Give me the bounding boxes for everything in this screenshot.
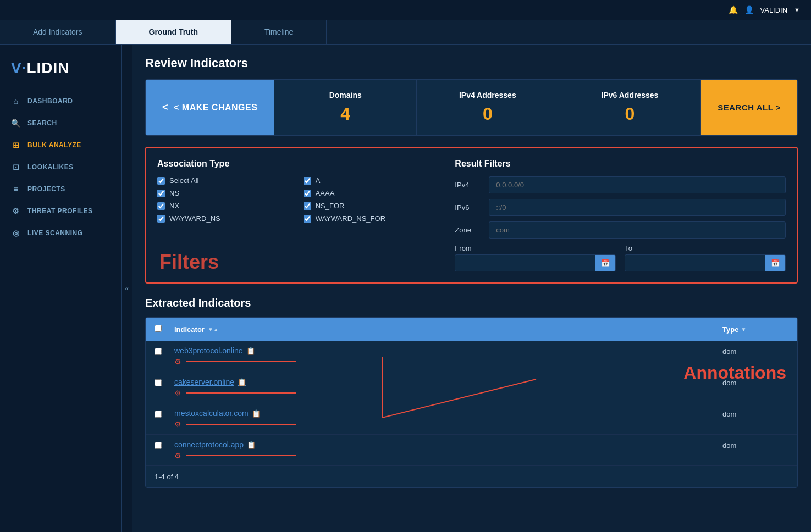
user-dropdown-icon[interactable]: ▼ bbox=[794, 7, 800, 13]
indicator-link-4[interactable]: connectprotocol.app 📋 bbox=[174, 440, 716, 449]
sidebar-item-live-scanning[interactable]: ◎ LIVE SCANNING bbox=[0, 222, 121, 244]
filters-big-label: Filters bbox=[159, 251, 219, 274]
indicator-column-header[interactable]: Indicator ▼▲ bbox=[174, 325, 716, 334]
header-checkbox-col bbox=[155, 324, 168, 334]
indicator-sub-1: ⚙ bbox=[174, 357, 716, 366]
ipv6-label: IPv6 Addresses bbox=[570, 91, 690, 99]
to-calendar-button[interactable]: 📅 bbox=[765, 255, 785, 271]
result-filters-title: Result Filters bbox=[455, 159, 786, 169]
row-checkbox-2[interactable] bbox=[155, 378, 168, 389]
gear-icon: ⚙ bbox=[11, 207, 21, 215]
ipv6-filter-input[interactable] bbox=[489, 199, 786, 216]
sidebar-item-lookalikes[interactable]: ⊡ LOOKALIKES bbox=[0, 156, 121, 178]
indicator-link-1[interactable]: web3protocol.online 📋 bbox=[174, 346, 716, 355]
lookalike-icon: ⊡ bbox=[11, 163, 21, 171]
checkbox-grid: Select All A NS AAAA bbox=[157, 176, 433, 223]
ipv4-filter-input[interactable] bbox=[489, 176, 786, 193]
date-filter-row: From 📅 To 📅 bbox=[455, 244, 786, 271]
tab-bar: Add Indicators Ground Truth Timeline bbox=[0, 20, 811, 45]
ipv6-card: IPv6 Addresses 0 bbox=[559, 80, 701, 135]
type-cell-1: dom bbox=[722, 346, 788, 356]
checkbox-select-all-input[interactable] bbox=[157, 177, 165, 185]
zone-filter-row: Zone bbox=[455, 221, 786, 239]
from-calendar-button[interactable]: 📅 bbox=[595, 255, 615, 271]
red-line-3 bbox=[186, 424, 296, 425]
row-checkbox-1[interactable] bbox=[155, 346, 168, 357]
bell-icon[interactable]: 🔔 bbox=[729, 5, 738, 14]
settings-red-icon-1: ⚙ bbox=[174, 357, 181, 366]
ipv6-value: 0 bbox=[570, 104, 690, 124]
from-date-wrap: 📅 bbox=[455, 254, 616, 271]
checkbox-a-input[interactable] bbox=[304, 177, 311, 185]
to-date-label: To bbox=[625, 244, 786, 252]
top-bar: 🔔 👤 VALIDIN ▼ bbox=[0, 0, 811, 20]
row-checkbox-4[interactable] bbox=[155, 440, 168, 451]
zone-filter-input[interactable] bbox=[489, 221, 786, 239]
table-row: mestoxcalculator.com 📋 ⚙ dom bbox=[146, 403, 797, 435]
tab-ground-truth[interactable]: Ground Truth bbox=[116, 20, 231, 44]
sidebar-collapse-button[interactable]: « bbox=[121, 45, 132, 532]
sidebar-item-dashboard[interactable]: ⌂ DASHBOARD bbox=[0, 90, 121, 112]
indicator-sub-2: ⚙ bbox=[174, 389, 716, 397]
settings-red-icon-2: ⚙ bbox=[174, 389, 181, 397]
indicator-cell-1: web3protocol.online 📋 ⚙ bbox=[174, 346, 716, 366]
tab-timeline[interactable]: Timeline bbox=[231, 20, 327, 44]
red-line-4 bbox=[186, 455, 296, 456]
zone-filter-label: Zone bbox=[455, 226, 482, 234]
type-cell-2: dom bbox=[722, 378, 788, 387]
indicator-cell-4: connectprotocol.app 📋 ⚙ bbox=[174, 440, 716, 460]
sidebar: V·LIDIN ⌂ DASHBOARD 🔍 SEARCH ⊞ BULK ANAL… bbox=[0, 45, 121, 532]
sidebar-item-search[interactable]: 🔍 SEARCH bbox=[0, 112, 121, 134]
ipv4-filter-label: IPv4 bbox=[455, 181, 482, 189]
summary-cards: < < MAKE CHANGES Domains 4 IPv4 Addresse… bbox=[145, 79, 798, 136]
copy-icon-2[interactable]: 📋 bbox=[238, 378, 246, 386]
domains-value: 4 bbox=[285, 104, 405, 124]
checkbox-a[interactable]: A bbox=[304, 176, 433, 185]
row-checkbox-3[interactable] bbox=[155, 409, 168, 420]
extracted-indicators-title: Extracted Indicators bbox=[145, 297, 798, 309]
checkbox-aaaa-input[interactable] bbox=[304, 190, 311, 197]
select-all-rows-checkbox[interactable] bbox=[155, 325, 162, 332]
make-changes-button[interactable]: < < MAKE CHANGES bbox=[146, 80, 274, 135]
indicators-table: Indicator ▼▲ Type ▼ Annotations bbox=[145, 317, 798, 488]
red-line-2 bbox=[186, 392, 296, 394]
sort-type-icon[interactable]: ▼ bbox=[741, 326, 746, 332]
indicator-cell-3: mestoxcalculator.com 📋 ⚙ bbox=[174, 409, 716, 429]
checkbox-select-all[interactable]: Select All bbox=[157, 176, 287, 185]
sidebar-item-projects[interactable]: ≡ PROJECTS bbox=[0, 178, 121, 200]
indicator-link-2[interactable]: cakeserver.online 📋 bbox=[174, 378, 716, 386]
checkbox-wayward-ns-for-input[interactable] bbox=[304, 215, 311, 223]
tab-add-indicators[interactable]: Add Indicators bbox=[0, 20, 116, 44]
user-icon: 👤 bbox=[744, 5, 754, 14]
to-date-wrap: 📅 bbox=[625, 254, 786, 271]
checkbox-aaaa[interactable]: AAAA bbox=[304, 189, 433, 197]
checkbox-ns[interactable]: NS bbox=[157, 189, 287, 197]
checkbox-wayward-ns-for[interactable]: WAYWARD_NS_FOR bbox=[304, 214, 433, 223]
checkbox-ns-input[interactable] bbox=[157, 190, 165, 197]
search-all-button[interactable]: SEARCH ALL > bbox=[700, 80, 797, 135]
sidebar-item-threat-profiles[interactable]: ⚙ THREAT PROFILES bbox=[0, 200, 121, 222]
settings-red-icon-4: ⚙ bbox=[174, 451, 181, 460]
association-type-title: Association Type bbox=[157, 159, 433, 169]
checkbox-nx[interactable]: NX bbox=[157, 202, 287, 210]
checkbox-wayward-ns[interactable]: WAYWARD_NS bbox=[157, 214, 287, 223]
indicator-sub-4: ⚙ bbox=[174, 451, 716, 460]
copy-icon-4[interactable]: 📋 bbox=[247, 441, 256, 449]
checkbox-ns-for-input[interactable] bbox=[304, 202, 311, 210]
type-column-header[interactable]: Type ▼ bbox=[722, 325, 788, 334]
main-content: Review Indicators < < MAKE CHANGES Domai… bbox=[132, 45, 811, 532]
checkbox-nx-input[interactable] bbox=[157, 202, 165, 210]
checkbox-ns-for[interactable]: NS_FOR bbox=[304, 202, 433, 210]
indicator-link-3[interactable]: mestoxcalculator.com 📋 bbox=[174, 409, 716, 418]
search-icon: 🔍 bbox=[11, 119, 21, 128]
from-date-input[interactable] bbox=[455, 255, 595, 271]
user-label[interactable]: VALIDIN bbox=[760, 6, 788, 14]
checkbox-wayward-ns-input[interactable] bbox=[157, 215, 165, 223]
to-date-input[interactable] bbox=[625, 255, 765, 271]
sort-indicator-icon[interactable]: ▼▲ bbox=[208, 326, 219, 332]
to-date-group: To 📅 bbox=[625, 244, 786, 271]
copy-icon-1[interactable]: 📋 bbox=[246, 347, 255, 355]
copy-icon-3[interactable]: 📋 bbox=[252, 409, 261, 418]
table-body: Annotations web3protocol.online 📋 bbox=[146, 341, 797, 466]
sidebar-item-bulk-analyze[interactable]: ⊞ BULK ANALYZE bbox=[0, 134, 121, 156]
